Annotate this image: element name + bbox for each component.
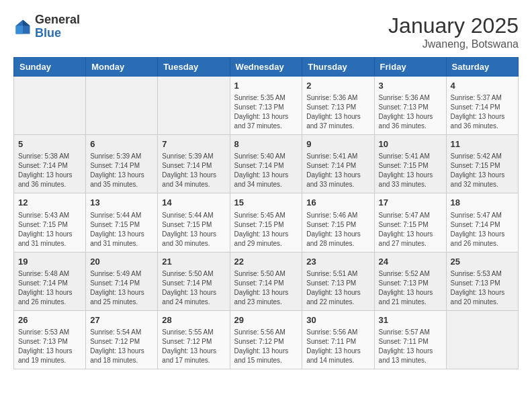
- day-number: 9: [306, 138, 369, 150]
- day-info: Sunrise: 5:47 AM Sunset: 7:14 PM Dayligh…: [451, 211, 514, 248]
- day-number: 5: [18, 138, 81, 150]
- calendar-day-cell: [446, 310, 518, 369]
- day-number: 25: [451, 256, 514, 268]
- calendar-day-cell: 2Sunrise: 5:36 AM Sunset: 7:13 PM Daylig…: [302, 77, 374, 135]
- calendar-day-cell: 22Sunrise: 5:50 AM Sunset: 7:14 PM Dayli…: [230, 252, 302, 310]
- day-info: Sunrise: 5:53 AM Sunset: 7:13 PM Dayligh…: [18, 328, 81, 365]
- day-number: 30: [306, 314, 369, 326]
- calendar-day-cell: 4Sunrise: 5:37 AM Sunset: 7:14 PM Daylig…: [446, 77, 518, 135]
- calendar-day-cell: 11Sunrise: 5:42 AM Sunset: 7:15 PM Dayli…: [446, 135, 518, 193]
- day-info: Sunrise: 5:40 AM Sunset: 7:14 PM Dayligh…: [234, 152, 298, 189]
- calendar-day-cell: 5Sunrise: 5:38 AM Sunset: 7:14 PM Daylig…: [14, 135, 86, 193]
- calendar-day-cell: [14, 77, 86, 135]
- page-header: General Blue January 2025 Jwaneng, Botsw…: [13, 13, 519, 50]
- day-number: 12: [18, 197, 81, 209]
- calendar-day-cell: 14Sunrise: 5:44 AM Sunset: 7:15 PM Dayli…: [158, 193, 230, 252]
- day-info: Sunrise: 5:56 AM Sunset: 7:11 PM Dayligh…: [306, 328, 369, 365]
- weekday-header-cell: Saturday: [446, 58, 518, 77]
- day-number: 15: [234, 197, 298, 209]
- day-info: Sunrise: 5:50 AM Sunset: 7:14 PM Dayligh…: [234, 269, 298, 307]
- calendar-day-cell: 8Sunrise: 5:40 AM Sunset: 7:14 PM Daylig…: [230, 135, 302, 193]
- calendar-day-cell: 20Sunrise: 5:49 AM Sunset: 7:14 PM Dayli…: [86, 252, 158, 310]
- calendar-day-cell: 17Sunrise: 5:47 AM Sunset: 7:15 PM Dayli…: [374, 193, 446, 252]
- day-number: 23: [306, 256, 369, 268]
- day-info: Sunrise: 5:49 AM Sunset: 7:14 PM Dayligh…: [90, 269, 153, 307]
- logo: General Blue: [13, 13, 80, 40]
- day-number: 3: [379, 80, 442, 92]
- calendar-day-cell: 27Sunrise: 5:54 AM Sunset: 7:12 PM Dayli…: [86, 310, 158, 369]
- calendar-day-cell: 26Sunrise: 5:53 AM Sunset: 7:13 PM Dayli…: [14, 310, 86, 369]
- day-info: Sunrise: 5:39 AM Sunset: 7:14 PM Dayligh…: [162, 152, 225, 189]
- calendar-day-cell: 9Sunrise: 5:41 AM Sunset: 7:14 PM Daylig…: [302, 135, 374, 193]
- day-number: 29: [234, 314, 298, 326]
- calendar-week-row: 5Sunrise: 5:38 AM Sunset: 7:14 PM Daylig…: [14, 135, 519, 193]
- weekday-header-cell: Tuesday: [158, 58, 230, 77]
- day-info: Sunrise: 5:36 AM Sunset: 7:13 PM Dayligh…: [379, 93, 442, 131]
- weekday-header-row: SundayMondayTuesdayWednesdayThursdayFrid…: [14, 58, 519, 77]
- day-info: Sunrise: 5:35 AM Sunset: 7:13 PM Dayligh…: [234, 93, 298, 131]
- day-info: Sunrise: 5:54 AM Sunset: 7:12 PM Dayligh…: [90, 328, 153, 365]
- day-number: 8: [234, 138, 298, 150]
- day-number: 22: [234, 256, 298, 268]
- weekday-header-cell: Monday: [86, 58, 158, 77]
- calendar-week-row: 12Sunrise: 5:43 AM Sunset: 7:15 PM Dayli…: [14, 193, 519, 252]
- calendar-day-cell: 13Sunrise: 5:44 AM Sunset: 7:15 PM Dayli…: [86, 193, 158, 252]
- svg-marker-2: [16, 26, 24, 34]
- day-info: Sunrise: 5:48 AM Sunset: 7:14 PM Dayligh…: [18, 269, 81, 307]
- day-info: Sunrise: 5:47 AM Sunset: 7:15 PM Dayligh…: [379, 211, 442, 248]
- day-number: 16: [306, 197, 369, 209]
- day-number: 28: [162, 314, 225, 326]
- day-number: 24: [379, 256, 442, 268]
- calendar-day-cell: 25Sunrise: 5:53 AM Sunset: 7:13 PM Dayli…: [446, 252, 518, 310]
- logo-text: General Blue: [35, 13, 80, 40]
- day-info: Sunrise: 5:46 AM Sunset: 7:15 PM Dayligh…: [306, 211, 369, 248]
- calendar-body: 1Sunrise: 5:35 AM Sunset: 7:13 PM Daylig…: [14, 77, 519, 369]
- calendar-day-cell: 16Sunrise: 5:46 AM Sunset: 7:15 PM Dayli…: [302, 193, 374, 252]
- day-number: 6: [90, 138, 153, 150]
- calendar-table: SundayMondayTuesdayWednesdayThursdayFrid…: [13, 57, 519, 369]
- day-info: Sunrise: 5:44 AM Sunset: 7:15 PM Dayligh…: [90, 211, 153, 248]
- calendar-week-row: 1Sunrise: 5:35 AM Sunset: 7:13 PM Daylig…: [14, 77, 519, 135]
- calendar-day-cell: 31Sunrise: 5:57 AM Sunset: 7:11 PM Dayli…: [374, 310, 446, 369]
- weekday-header-cell: Friday: [374, 58, 446, 77]
- calendar-title: January 2025: [388, 13, 519, 38]
- day-number: 26: [18, 314, 81, 326]
- calendar-day-cell: 15Sunrise: 5:45 AM Sunset: 7:15 PM Dayli…: [230, 193, 302, 252]
- calendar-day-cell: 30Sunrise: 5:56 AM Sunset: 7:11 PM Dayli…: [302, 310, 374, 369]
- calendar-week-row: 19Sunrise: 5:48 AM Sunset: 7:14 PM Dayli…: [14, 252, 519, 310]
- day-number: 11: [451, 138, 514, 150]
- svg-marker-1: [23, 19, 30, 26]
- day-info: Sunrise: 5:39 AM Sunset: 7:14 PM Dayligh…: [90, 152, 153, 189]
- calendar-day-cell: [158, 77, 230, 135]
- calendar-day-cell: 3Sunrise: 5:36 AM Sunset: 7:13 PM Daylig…: [374, 77, 446, 135]
- calendar-day-cell: 28Sunrise: 5:55 AM Sunset: 7:12 PM Dayli…: [158, 310, 230, 369]
- weekday-header-cell: Sunday: [14, 58, 86, 77]
- day-number: 18: [451, 197, 514, 209]
- calendar-day-cell: 19Sunrise: 5:48 AM Sunset: 7:14 PM Dayli…: [14, 252, 86, 310]
- day-info: Sunrise: 5:52 AM Sunset: 7:13 PM Dayligh…: [379, 269, 442, 307]
- day-number: 13: [90, 197, 153, 209]
- day-number: 1: [234, 80, 298, 92]
- calendar-day-cell: 23Sunrise: 5:51 AM Sunset: 7:13 PM Dayli…: [302, 252, 374, 310]
- day-info: Sunrise: 5:43 AM Sunset: 7:15 PM Dayligh…: [18, 211, 81, 248]
- day-number: 4: [451, 80, 514, 92]
- day-info: Sunrise: 5:44 AM Sunset: 7:15 PM Dayligh…: [162, 211, 225, 248]
- day-number: 14: [162, 197, 225, 209]
- day-info: Sunrise: 5:41 AM Sunset: 7:14 PM Dayligh…: [306, 152, 369, 189]
- calendar-week-row: 26Sunrise: 5:53 AM Sunset: 7:13 PM Dayli…: [14, 310, 519, 369]
- day-info: Sunrise: 5:57 AM Sunset: 7:11 PM Dayligh…: [379, 328, 442, 365]
- day-number: 27: [90, 314, 153, 326]
- day-info: Sunrise: 5:38 AM Sunset: 7:14 PM Dayligh…: [18, 152, 81, 189]
- calendar-day-cell: 10Sunrise: 5:41 AM Sunset: 7:15 PM Dayli…: [374, 135, 446, 193]
- calendar-day-cell: 7Sunrise: 5:39 AM Sunset: 7:14 PM Daylig…: [158, 135, 230, 193]
- day-number: 10: [379, 138, 442, 150]
- day-number: 2: [306, 80, 369, 92]
- logo-icon: [13, 17, 32, 36]
- day-info: Sunrise: 5:37 AM Sunset: 7:14 PM Dayligh…: [451, 93, 514, 131]
- day-info: Sunrise: 5:51 AM Sunset: 7:13 PM Dayligh…: [306, 269, 369, 307]
- calendar-day-cell: 1Sunrise: 5:35 AM Sunset: 7:13 PM Daylig…: [230, 77, 302, 135]
- day-info: Sunrise: 5:50 AM Sunset: 7:14 PM Dayligh…: [162, 269, 225, 307]
- calendar-day-cell: [86, 77, 158, 135]
- weekday-header-cell: Thursday: [302, 58, 374, 77]
- calendar-subtitle: Jwaneng, Botswana: [388, 38, 519, 50]
